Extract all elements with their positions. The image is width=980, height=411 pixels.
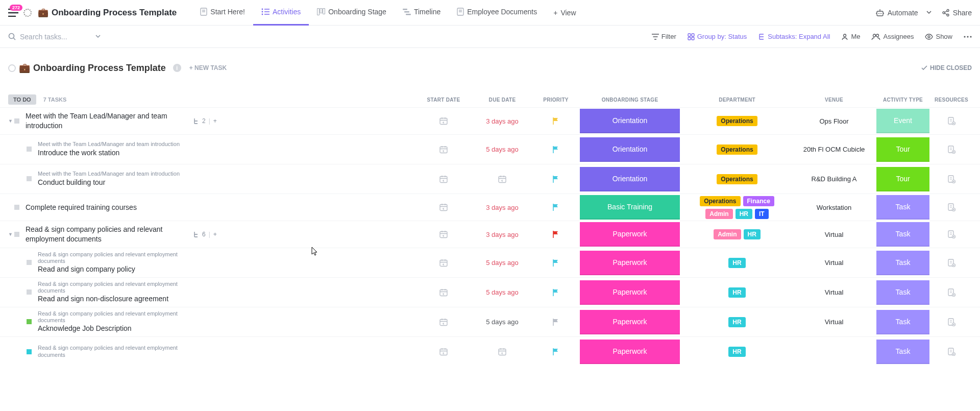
start-date-cell[interactable] bbox=[415, 145, 472, 154]
due-date-cell[interactable]: 5 days ago bbox=[472, 318, 533, 326]
type-cell[interactable]: Task bbox=[875, 195, 931, 220]
type-cell[interactable]: Task bbox=[875, 280, 931, 305]
task-name[interactable]: Read and sign non-disclosure agreement bbox=[38, 294, 181, 304]
subtask-count[interactable]: 2 | + bbox=[193, 117, 217, 125]
due-date-cell[interactable]: 3 days ago bbox=[472, 231, 533, 238]
resources-cell[interactable] bbox=[931, 258, 972, 268]
stage-cell[interactable]: Basic Training bbox=[579, 195, 681, 220]
subtask-row[interactable]: Read & sign company policies and relevan… bbox=[0, 277, 980, 307]
start-date-cell[interactable] bbox=[415, 203, 472, 212]
resources-cell[interactable] bbox=[931, 318, 972, 327]
tab-employee-documents[interactable]: Employee Documents bbox=[449, 0, 545, 26]
resources-cell[interactable] bbox=[931, 203, 972, 212]
assignees-button[interactable]: Assignees bbox=[871, 33, 914, 40]
venue-cell[interactable]: Virtual bbox=[793, 318, 875, 326]
dept-tag[interactable]: Finance bbox=[743, 196, 774, 206]
venue-cell[interactable]: Virtual bbox=[793, 288, 875, 296]
dept-tag[interactable]: Operations bbox=[717, 116, 757, 126]
stage-cell[interactable]: Orientation bbox=[579, 167, 681, 191]
dept-tag[interactable]: HR bbox=[728, 287, 745, 298]
venue-cell[interactable]: Virtual bbox=[793, 231, 875, 238]
add-view-button[interactable]: + View bbox=[545, 9, 584, 17]
hide-closed-button[interactable]: HIDE CLOSED bbox=[921, 64, 972, 71]
dept-tag[interactable]: HR bbox=[728, 347, 745, 357]
col-resources[interactable]: RESOURCES bbox=[931, 97, 972, 103]
dept-cell[interactable]: Operations bbox=[681, 174, 793, 184]
tab-timeline[interactable]: Timeline bbox=[395, 0, 449, 26]
expand-toggle[interactable]: ▼ bbox=[8, 118, 13, 124]
dept-cell[interactable]: OperationsFinanceAdminHRIT bbox=[681, 196, 793, 219]
type-cell[interactable]: Event bbox=[875, 109, 931, 133]
dept-cell[interactable]: HR bbox=[681, 317, 793, 327]
start-date-cell[interactable] bbox=[415, 230, 472, 239]
dept-tag[interactable]: Operations bbox=[700, 196, 740, 206]
dept-cell[interactable]: HR bbox=[681, 258, 793, 268]
due-date[interactable]: 3 days ago bbox=[486, 231, 519, 238]
stage-cell[interactable]: Paperwork bbox=[579, 340, 681, 364]
type-cell[interactable]: Tour bbox=[875, 137, 931, 162]
due-date-cell[interactable]: 5 days ago bbox=[472, 259, 533, 267]
stage-cell[interactable]: Orientation bbox=[579, 137, 681, 162]
search-input[interactable] bbox=[20, 33, 91, 41]
col-priority[interactable]: PRIORITY bbox=[533, 97, 579, 103]
calendar-icon[interactable] bbox=[498, 175, 507, 184]
subtask-row[interactable]: Meet with the Team Lead/Manager and team… bbox=[0, 164, 980, 194]
task-row[interactable]: ▼Meet with the Team Lead/Manager and tea… bbox=[0, 107, 980, 134]
venue-cell[interactable]: Virtual bbox=[793, 259, 875, 267]
dept-tag[interactable]: HR bbox=[736, 209, 752, 219]
dept-tag[interactable]: Operations bbox=[717, 174, 757, 184]
due-date-cell[interactable]: 5 days ago bbox=[472, 146, 533, 153]
col-stage[interactable]: ONBOARDING STAGE bbox=[579, 97, 681, 103]
priority-cell[interactable] bbox=[533, 175, 579, 183]
dept-tag[interactable]: Admin bbox=[714, 229, 741, 239]
dept-tag[interactable]: HR bbox=[728, 317, 745, 327]
subtask-row[interactable]: Read & sign company policies and relevan… bbox=[0, 307, 980, 336]
type-cell[interactable]: Tour bbox=[875, 167, 931, 191]
start-date-cell[interactable] bbox=[415, 347, 472, 356]
venue-cell[interactable]: Ops Floor bbox=[793, 117, 875, 125]
task-name[interactable]: Meet with the Team Lead/Manager and team… bbox=[26, 111, 189, 131]
type-cell[interactable]: Task bbox=[875, 251, 931, 275]
venue-cell[interactable]: Workstation bbox=[793, 204, 875, 211]
status-square[interactable] bbox=[14, 205, 19, 210]
stage-cell[interactable]: Paperwork bbox=[579, 251, 681, 275]
type-cell[interactable]: Task bbox=[875, 310, 931, 334]
status-square[interactable] bbox=[27, 289, 32, 295]
subtask-row[interactable]: Meet with the Team Lead/Manager and team… bbox=[0, 134, 980, 164]
start-date-cell[interactable] bbox=[415, 116, 472, 126]
col-venue[interactable]: VENUE bbox=[793, 97, 875, 103]
status-square[interactable] bbox=[27, 319, 32, 324]
start-date-cell[interactable] bbox=[415, 175, 472, 184]
status-square[interactable] bbox=[27, 147, 32, 152]
task-row[interactable]: Complete required training courses3 days… bbox=[0, 194, 980, 221]
dept-cell[interactable]: HR bbox=[681, 347, 793, 357]
resources-cell[interactable] bbox=[931, 347, 972, 356]
due-date-cell[interactable]: 3 days ago bbox=[472, 117, 533, 125]
type-cell[interactable]: Task bbox=[875, 340, 931, 364]
tab-onboarding-stage[interactable]: Onboarding Stage bbox=[309, 0, 395, 26]
task-name[interactable]: Read and sign company policy bbox=[38, 264, 181, 274]
me-button[interactable]: Me bbox=[841, 33, 860, 40]
subtask-row[interactable]: Read & sign company policies and relevan… bbox=[0, 336, 980, 366]
due-date[interactable]: 5 days ago bbox=[486, 288, 519, 296]
status-pill[interactable]: TO DO bbox=[8, 94, 36, 105]
due-date[interactable]: 5 days ago bbox=[486, 318, 519, 326]
due-date[interactable]: 5 days ago bbox=[486, 259, 519, 267]
automate-button[interactable]: Automate bbox=[875, 9, 932, 17]
col-department[interactable]: DEPARTMENT bbox=[681, 97, 793, 103]
type-cell[interactable]: Task bbox=[875, 222, 931, 247]
priority-cell[interactable] bbox=[533, 259, 579, 267]
resources-cell[interactable] bbox=[931, 230, 972, 239]
venue-cell[interactable]: R&D Building A bbox=[793, 175, 875, 183]
add-subtask[interactable]: + bbox=[213, 117, 217, 125]
priority-cell[interactable] bbox=[533, 146, 579, 154]
subtask-count[interactable]: 6 | + bbox=[193, 231, 217, 238]
calendar-icon[interactable] bbox=[498, 347, 507, 356]
priority-cell[interactable] bbox=[533, 288, 579, 297]
stage-cell[interactable]: Paperwork bbox=[579, 280, 681, 305]
subtasks-button[interactable]: Subtasks: Expand All bbox=[758, 33, 830, 40]
status-square[interactable] bbox=[27, 349, 32, 354]
dept-tag[interactable]: Admin bbox=[705, 209, 732, 219]
dept-cell[interactable]: Operations bbox=[681, 144, 793, 155]
task-name[interactable]: Acknowledge Job Description bbox=[38, 324, 181, 333]
